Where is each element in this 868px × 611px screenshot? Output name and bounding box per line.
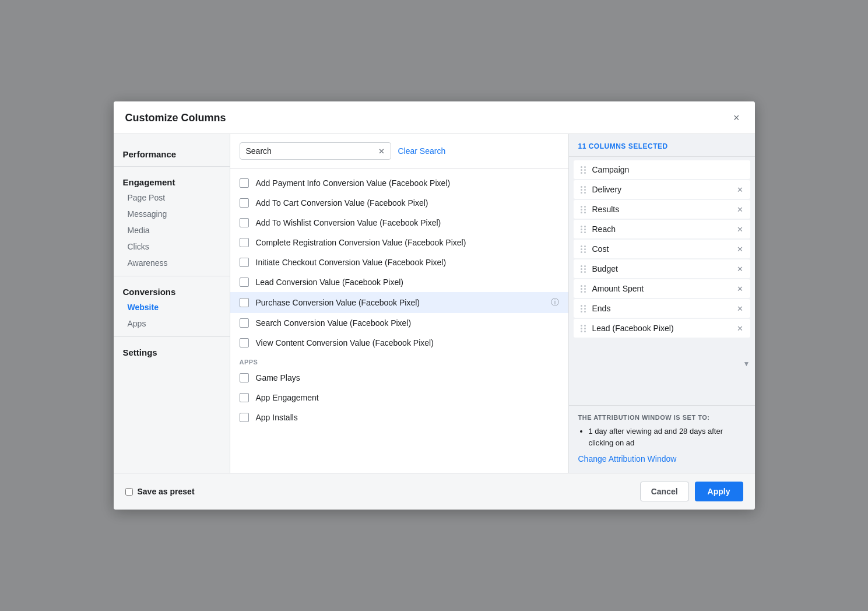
checkbox-game-plays[interactable] (240, 373, 249, 382)
list-item-add-to-cart[interactable]: Add To Cart Conversion Value (Facebook P… (230, 193, 568, 213)
list-item-add-to-wishlist[interactable]: Add To Wishlist Conversion Value (Facebo… (230, 213, 568, 233)
customize-columns-modal: Customize Columns × Performance Engageme… (114, 101, 755, 510)
remove-cost-button[interactable]: ✕ (737, 245, 743, 254)
remove-reach-button[interactable]: ✕ (737, 225, 743, 234)
remove-delivery-button[interactable]: ✕ (737, 185, 743, 194)
sidebar-divider-3 (114, 336, 230, 337)
drag-handle-ends[interactable] (581, 305, 586, 312)
sidebar-section-settings-title[interactable]: Settings (114, 342, 230, 360)
cancel-button[interactable]: Cancel (640, 482, 689, 501)
sidebar-item-page-post[interactable]: Page Post (114, 189, 230, 206)
sidebar-item-media[interactable]: Media (114, 222, 230, 238)
remove-budget-button[interactable]: ✕ (737, 265, 743, 273)
label-app-installs: App Installs (256, 413, 559, 422)
sidebar-section-settings: Settings (114, 342, 230, 360)
list-item-game-plays[interactable]: Game Plays (230, 368, 568, 388)
label-complete-registration: Complete Registration Conversion Value (… (256, 238, 559, 247)
info-icon-purchase[interactable]: ⓘ (551, 297, 559, 308)
modal-title: Customize Columns (125, 112, 226, 124)
checkbox-purchase-conversion[interactable] (240, 298, 249, 307)
sidebar-section-conversions-title[interactable]: Conversions (114, 281, 230, 299)
checkbox-complete-registration[interactable] (240, 238, 249, 247)
sidebar-section-engagement-title[interactable]: Engagement (114, 171, 230, 189)
label-lead-conversion: Lead Conversion Value (Facebook Pixel) (256, 278, 559, 287)
modal-overlay: Customize Columns × Performance Engageme… (0, 0, 868, 611)
selected-col-lead-fb: Lead (Facebook Pixel) ✕ (574, 319, 750, 338)
drag-handle-budget[interactable] (581, 265, 586, 273)
change-attribution-link[interactable]: Change Attribution Window (578, 454, 677, 463)
list-item-lead-conversion[interactable]: Lead Conversion Value (Facebook Pixel) (230, 272, 568, 292)
selected-col-results: Results ✕ (574, 200, 750, 219)
sidebar-item-apps[interactable]: Apps (114, 315, 230, 332)
sidebar-item-messaging[interactable]: Messaging (114, 206, 230, 222)
list-item-search-conversion[interactable]: Search Conversion Value (Facebook Pixel) (230, 313, 568, 333)
search-input-wrap: ✕ (240, 142, 391, 160)
remove-results-button[interactable]: ✕ (737, 205, 743, 214)
label-initiate-checkout: Initiate Checkout Conversion Value (Face… (256, 258, 559, 267)
list-item-app-installs[interactable]: App Installs (230, 408, 568, 427)
list-item-add-payment[interactable]: Add Payment Info Conversion Value (Faceb… (230, 173, 568, 193)
list-item-view-content[interactable]: View Content Conversion Value (Facebook … (230, 333, 568, 353)
remove-ends-button[interactable]: ✕ (737, 304, 743, 313)
sidebar-item-awareness[interactable]: Awareness (114, 255, 230, 271)
drag-handle-delivery[interactable] (581, 186, 586, 194)
drag-handle-campaign[interactable] (581, 166, 586, 174)
items-list: Add Payment Info Conversion Value (Faceb… (230, 168, 568, 473)
sidebar-section-engagement: Engagement Page Post Messaging Media Cli… (114, 171, 230, 271)
attribution-text: 1 day after viewing ad and 28 days after… (578, 426, 746, 448)
drag-handle-reach[interactable] (581, 226, 586, 233)
selected-col-label-campaign: Campaign (592, 165, 743, 174)
list-item-purchase-conversion[interactable]: Purchase Conversion Value (Facebook Pixe… (230, 292, 568, 313)
checkbox-add-to-cart[interactable] (240, 198, 249, 208)
columns-selected-header: 11 COLUMNS SELECTED (569, 134, 755, 157)
drag-handle-results[interactable] (581, 206, 586, 213)
sidebar-section-performance: Performance (114, 143, 230, 161)
sidebar-item-clicks[interactable]: Clicks (114, 238, 230, 255)
list-item-complete-registration[interactable]: Complete Registration Conversion Value (… (230, 233, 568, 252)
save-preset-label[interactable]: Save as preset (138, 487, 195, 496)
selected-col-label-delivery: Delivery (592, 185, 731, 194)
clear-search-button[interactable]: Clear Search (398, 146, 446, 156)
apps-section-divider: APPS (230, 353, 568, 368)
selected-col-delivery: Delivery ✕ (574, 180, 750, 199)
drag-handle-lead-fb[interactable] (581, 325, 586, 332)
checkbox-add-payment[interactable] (240, 178, 249, 188)
label-add-to-cart: Add To Cart Conversion Value (Facebook P… (256, 198, 559, 208)
drag-handle-amount-spent[interactable] (581, 285, 586, 293)
label-purchase-conversion: Purchase Conversion Value (Facebook Pixe… (256, 298, 544, 307)
checkbox-app-installs[interactable] (240, 413, 249, 422)
selected-col-label-lead-fb: Lead (Facebook Pixel) (592, 324, 731, 333)
search-clear-icon[interactable]: ✕ (378, 147, 385, 156)
search-input[interactable] (246, 146, 375, 156)
sidebar: Performance Engagement Page Post Messagi… (114, 134, 230, 473)
sidebar-section-performance-title[interactable]: Performance (114, 143, 230, 161)
list-item-initiate-checkout[interactable]: Initiate Checkout Conversion Value (Face… (230, 252, 568, 272)
modal-header: Customize Columns × (114, 101, 755, 134)
remove-amount-spent-button[interactable]: ✕ (737, 285, 743, 293)
sidebar-divider-1 (114, 166, 230, 167)
sidebar-item-website[interactable]: Website (114, 299, 230, 315)
checkbox-add-to-wishlist[interactable] (240, 218, 249, 227)
close-button[interactable]: × (730, 111, 743, 125)
checkbox-initiate-checkout[interactable] (240, 258, 249, 267)
selected-col-label-cost: Cost (592, 244, 731, 254)
list-item-app-engagement[interactable]: App Engagement (230, 388, 568, 408)
remove-lead-fb-button[interactable]: ✕ (737, 324, 743, 333)
checkbox-view-content[interactable] (240, 338, 249, 347)
checkbox-search-conversion[interactable] (240, 318, 249, 328)
apply-button[interactable]: Apply (695, 482, 743, 501)
save-preset-checkbox[interactable] (125, 488, 133, 496)
label-view-content: View Content Conversion Value (Facebook … (256, 338, 559, 347)
save-preset-wrap: Save as preset (125, 487, 195, 496)
drag-handle-cost[interactable] (581, 245, 586, 253)
selected-columns-list: Campaign Delivery ✕ (569, 157, 755, 405)
footer-buttons: Cancel Apply (640, 482, 743, 501)
checkbox-app-engagement[interactable] (240, 393, 249, 402)
checkbox-lead-conversion[interactable] (240, 278, 249, 287)
modal-footer: Save as preset Cancel Apply (114, 473, 755, 510)
label-app-engagement: App Engagement (256, 393, 559, 402)
label-search-conversion: Search Conversion Value (Facebook Pixel) (256, 318, 559, 328)
modal-body: Performance Engagement Page Post Messagi… (114, 134, 755, 473)
selected-col-cost: Cost ✕ (574, 240, 750, 258)
main-content: ✕ Clear Search Add Payment Info Conversi… (230, 134, 568, 473)
